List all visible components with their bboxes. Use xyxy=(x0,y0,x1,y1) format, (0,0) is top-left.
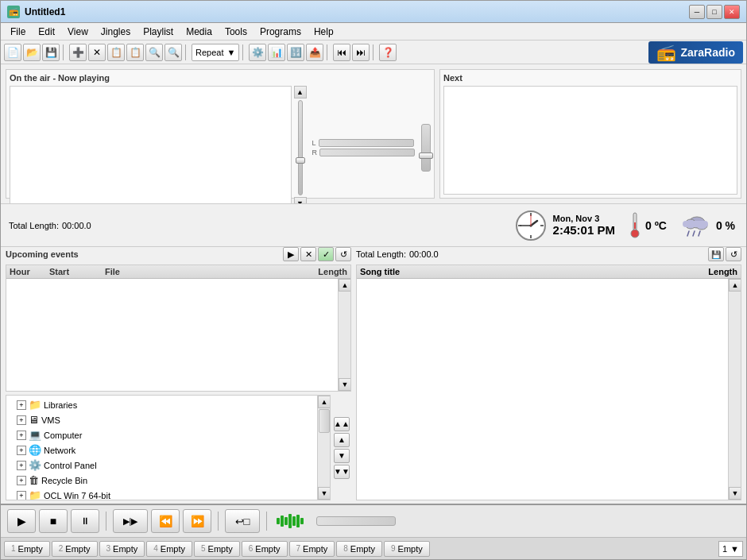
clock-widget: Mon, Nov 3 2:45:01 PM xyxy=(515,210,615,241)
next-track-button[interactable]: ⏭ xyxy=(352,44,370,61)
paste-button[interactable]: 📋 xyxy=(126,44,144,61)
hotkey-7-button[interactable]: 7Empty xyxy=(289,541,335,557)
tree-item-recycle-bin[interactable]: + 🗑 Recycle Bin xyxy=(6,473,317,488)
slider-track[interactable] xyxy=(298,100,303,195)
hotkey-8-button[interactable]: 8Empty xyxy=(336,541,382,557)
maximize-button[interactable]: □ xyxy=(706,5,722,19)
playlist-scroll-down[interactable]: ▼ xyxy=(729,487,741,500)
pause-button[interactable]: ⏸ xyxy=(71,509,99,533)
tree-item-ocl-win-7-64-bit[interactable]: + 📁 OCL Win 7 64-bit xyxy=(6,488,317,500)
move-down-button[interactable]: ▼ xyxy=(334,449,350,463)
menu-jingles[interactable]: Jingles xyxy=(95,25,137,39)
tree-expand-icon[interactable]: + xyxy=(17,400,26,410)
events-scrollbar[interactable]: ▲ ▼ xyxy=(338,279,350,391)
tree-scroll-track[interactable] xyxy=(318,408,330,487)
events-scroll-up[interactable]: ▲ xyxy=(339,279,350,292)
folder-icon: 💻 xyxy=(29,429,41,441)
delete-button[interactable]: ✕ xyxy=(88,44,106,61)
open-button[interactable]: 📂 xyxy=(23,44,41,61)
export-button[interactable]: 📤 xyxy=(306,44,323,61)
help-button[interactable]: ❓ xyxy=(379,44,397,61)
spectrum-button[interactable]: 📊 xyxy=(268,44,285,61)
events-stop-button[interactable]: ✕ xyxy=(300,247,316,261)
equalizer-button[interactable]: ⚙️ xyxy=(249,44,266,61)
hotkey-bank-dropdown[interactable]: 1▼ xyxy=(718,541,743,557)
left-channel-slider[interactable] xyxy=(319,139,414,147)
tree-scroll-down[interactable]: ▼ xyxy=(318,487,330,500)
close-button[interactable]: ✕ xyxy=(724,5,740,19)
events-check-button[interactable]: ✓ xyxy=(318,247,334,261)
move-bottom-button[interactable]: ▼▼ xyxy=(334,465,350,479)
hotkey-1-button[interactable]: 1Empty xyxy=(4,541,50,557)
wave-bar-1 xyxy=(277,518,280,524)
tree-scroll-thumb[interactable] xyxy=(319,409,330,433)
slider-thumb[interactable] xyxy=(296,157,305,164)
stop-button[interactable]: ■ xyxy=(39,509,68,533)
events-play-button[interactable]: ▶ xyxy=(283,247,299,261)
tree-expand-icon[interactable]: + xyxy=(17,491,26,500)
output-level-thumb[interactable] xyxy=(419,153,433,159)
events-refresh-button[interactable]: ↺ xyxy=(335,247,351,261)
hotkey-2-button[interactable]: 2Empty xyxy=(52,541,98,557)
counter-button[interactable]: 🔢 xyxy=(287,44,304,61)
move-up-button[interactable]: ▲ xyxy=(334,433,350,447)
menu-view[interactable]: View xyxy=(61,25,95,39)
tree-expand-icon[interactable]: + xyxy=(17,476,26,485)
prev-track-button[interactable]: ⏮ xyxy=(333,44,350,61)
playlist-scrollbar[interactable]: ▲ ▼ xyxy=(728,279,741,500)
logo-text: ZaraRadio xyxy=(681,46,735,59)
hotkey-3-button[interactable]: 3Empty xyxy=(99,541,145,557)
play-button[interactable]: ▶ xyxy=(7,509,36,533)
tree-item-control-panel[interactable]: + ⚙️ Control Panel xyxy=(6,458,317,473)
save-button[interactable]: 💾 xyxy=(42,44,60,61)
search2-button[interactable]: 🔍 xyxy=(164,44,182,61)
minimize-button[interactable]: ─ xyxy=(689,5,705,19)
menu-help[interactable]: Help xyxy=(308,25,340,39)
now-playing-label: On the air - Now playing xyxy=(10,73,431,83)
hotkey-9-button[interactable]: 9Empty xyxy=(384,541,430,557)
hotkey-4-button[interactable]: 4Empty xyxy=(146,541,192,557)
tree-item-network[interactable]: + 🌐 Network xyxy=(6,442,317,458)
app-icon: 📻 xyxy=(7,6,20,18)
playlist-scroll-up[interactable]: ▲ xyxy=(729,279,741,292)
events-scroll-down[interactable]: ▼ xyxy=(339,378,350,391)
tree-expand-icon[interactable]: + xyxy=(17,415,26,425)
tree-item-vms[interactable]: + 🖥 VMS xyxy=(6,412,317,427)
copy-button[interactable]: 📋 xyxy=(107,44,125,61)
menu-tools[interactable]: Tools xyxy=(219,25,254,39)
menu-media[interactable]: Media xyxy=(180,25,219,39)
fast-forward-button[interactable]: ⏩ xyxy=(183,509,211,533)
tree-item-libraries[interactable]: + 📁 Libraries xyxy=(6,397,317,412)
hotkey-6-button[interactable]: 6Empty xyxy=(242,541,288,557)
menu-edit[interactable]: Edit xyxy=(32,25,61,39)
vol-up-arrow[interactable]: ▲ xyxy=(294,86,307,98)
playlist-save-button[interactable]: 💾 xyxy=(708,247,724,261)
tree-item-computer[interactable]: + 💻 Computer xyxy=(6,427,317,442)
right-channel-slider[interactable] xyxy=(319,149,415,156)
output-level-slider[interactable] xyxy=(421,124,431,172)
move-top-button[interactable]: ▲▲ xyxy=(334,417,350,431)
logo-area: 📻 ZaraRadio xyxy=(648,41,743,64)
tree-scroll-up[interactable]: ▲ xyxy=(318,396,330,408)
cue-button[interactable]: ↩□ xyxy=(225,509,260,533)
tree-expand-icon[interactable]: + xyxy=(17,446,26,455)
rewind-button[interactable]: ⏪ xyxy=(151,509,180,533)
tree-expand-icon[interactable]: + xyxy=(17,431,26,440)
search-button[interactable]: 🔍 xyxy=(145,44,163,61)
hotkey-5-button[interactable]: 5Empty xyxy=(194,541,240,557)
repeat-dropdown[interactable]: Repeat ▼ xyxy=(192,44,239,61)
volume-slider[interactable]: ▲ ▼ xyxy=(295,86,306,210)
menu-file[interactable]: File xyxy=(4,25,32,39)
skip-next-button[interactable]: ▶|▶ xyxy=(113,509,148,533)
file-tree-scrollbar[interactable]: ▲ ▼ xyxy=(317,396,330,500)
tree-expand-icon[interactable]: + xyxy=(17,461,26,470)
menu-playlist[interactable]: Playlist xyxy=(137,25,180,39)
playlist-refresh-button[interactable]: ↺ xyxy=(726,247,741,261)
menu-programs[interactable]: Programs xyxy=(254,25,308,39)
playlist-scroll-track[interactable] xyxy=(729,292,741,487)
volume-bar[interactable] xyxy=(316,516,396,526)
new-button[interactable]: 📄 xyxy=(4,44,21,61)
title-bar: 📻 Untitled1 ─ □ ✕ xyxy=(1,1,746,23)
add-button[interactable]: ➕ xyxy=(69,44,87,61)
events-scroll-track[interactable] xyxy=(339,292,350,378)
